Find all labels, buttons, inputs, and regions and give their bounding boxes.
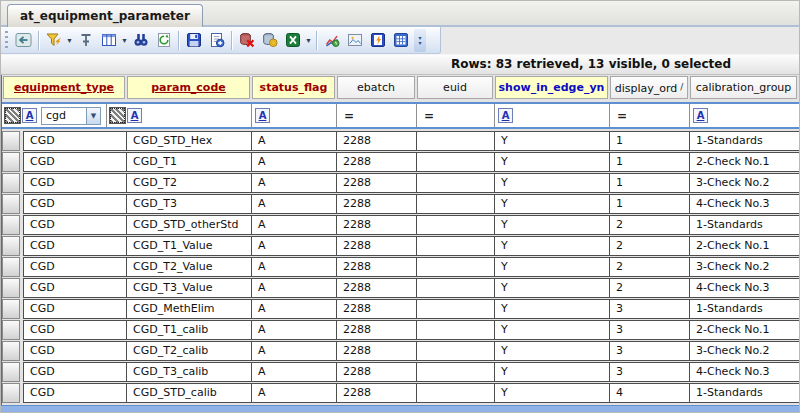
save-button[interactable]: [182, 29, 205, 51]
cell-param_code[interactable]: CGD_STD_calib: [127, 384, 252, 402]
cell-show_in_edge_yn[interactable]: Y: [495, 384, 610, 402]
cell-equipment_type[interactable]: CGD: [24, 321, 127, 339]
filter-button[interactable]: [42, 29, 65, 51]
cell-equipment_type[interactable]: CGD: [24, 237, 127, 255]
cell-show_in_edge_yn[interactable]: Y: [495, 153, 610, 171]
cell-calibration_group[interactable]: 3-Check No.2: [690, 342, 799, 360]
column-header-display_ord[interactable]: display_ord/: [610, 76, 688, 99]
cell-calibration_group[interactable]: 4-Check No.3: [690, 279, 799, 297]
cell-show_in_edge_yn[interactable]: Y: [495, 258, 610, 276]
cell-equipment_type[interactable]: CGD: [24, 279, 127, 297]
find-button[interactable]: [129, 29, 152, 51]
cell-show_in_edge_yn[interactable]: Y: [495, 321, 610, 339]
cell-display_ord[interactable]: 3: [610, 321, 690, 339]
cell-euid[interactable]: [417, 258, 495, 276]
dropdown-arrow-icon[interactable]: ▼: [86, 108, 100, 124]
column-header-calibration_group[interactable]: calibration_group: [690, 76, 797, 99]
refresh-button[interactable]: [152, 29, 175, 51]
row-selector[interactable]: [2, 215, 20, 235]
column-header-status_flag[interactable]: status_flag: [252, 76, 335, 99]
match-case-icon[interactable]: A: [22, 108, 37, 123]
cell-ebatch[interactable]: 2288: [337, 384, 417, 402]
cell-ebatch[interactable]: 2288: [337, 195, 417, 213]
cell-calibration_group[interactable]: 3-Check No.2: [690, 258, 799, 276]
cell-display_ord[interactable]: 3: [610, 363, 690, 381]
row-selector[interactable]: [2, 152, 20, 172]
cell-calibration_group[interactable]: 1-Standards: [690, 132, 799, 150]
cell-ebatch[interactable]: 2288: [337, 132, 417, 150]
columns-dropdown-arrow-icon[interactable]: ▼: [120, 29, 129, 51]
cell-display_ord[interactable]: 1: [610, 195, 690, 213]
row-selector[interactable]: [2, 236, 20, 256]
filter-dropdown-arrow-icon[interactable]: ▼: [65, 29, 74, 51]
cell-show_in_edge_yn[interactable]: Y: [495, 195, 610, 213]
cell-show_in_edge_yn[interactable]: Y: [495, 237, 610, 255]
cell-display_ord[interactable]: 3: [610, 342, 690, 360]
cell-status_flag[interactable]: A: [252, 153, 337, 171]
filter-value-combobox[interactable]: cgd▼: [41, 107, 101, 125]
cell-calibration_group[interactable]: 2-Check No.1: [690, 321, 799, 339]
filter-value[interactable]: cgd: [42, 108, 86, 124]
cell-status_flag[interactable]: A: [252, 363, 337, 381]
cell-calibration_group[interactable]: 3-Check No.2: [690, 174, 799, 192]
cell-param_code[interactable]: CGD_MethElim: [127, 300, 252, 318]
cell-euid[interactable]: [417, 216, 495, 234]
cell-status_flag[interactable]: A: [252, 237, 337, 255]
column-header-show_in_edge_yn[interactable]: show_in_edge_yn: [495, 76, 608, 99]
column-header-param_code[interactable]: param_code: [127, 76, 250, 99]
horizontal-scrollbar[interactable]: [1, 405, 800, 413]
cell-display_ord[interactable]: 1: [610, 153, 690, 171]
row-selector[interactable]: [2, 173, 20, 193]
commit-button[interactable]: [258, 29, 281, 51]
delete-rows-button[interactable]: [235, 29, 258, 51]
excel-dropdown-arrow-icon[interactable]: ▼: [304, 29, 313, 51]
columns-button[interactable]: [97, 29, 120, 51]
cell-equipment_type[interactable]: CGD: [24, 132, 127, 150]
cell-status_flag[interactable]: A: [252, 321, 337, 339]
filter-pattern-icon[interactable]: [110, 108, 125, 123]
cell-display_ord[interactable]: 2: [610, 258, 690, 276]
cell-param_code[interactable]: CGD_T1: [127, 153, 252, 171]
cell-status_flag[interactable]: A: [252, 384, 337, 402]
cell-ebatch[interactable]: 2288: [337, 321, 417, 339]
cell-param_code[interactable]: CGD_T3: [127, 195, 252, 213]
tab-at-equipment-parameter[interactable]: at_equipment_parameter: [7, 4, 203, 27]
cell-equipment_type[interactable]: CGD: [24, 384, 127, 402]
cell-show_in_edge_yn[interactable]: Y: [495, 216, 610, 234]
cell-calibration_group[interactable]: 4-Check No.3: [690, 195, 799, 213]
cell-euid[interactable]: [417, 300, 495, 318]
cell-param_code[interactable]: CGD_T3_calib: [127, 363, 252, 381]
update-button[interactable]: [205, 29, 228, 51]
cell-display_ord[interactable]: 1: [610, 132, 690, 150]
cell-euid[interactable]: [417, 132, 495, 150]
row-selector[interactable]: [2, 299, 20, 319]
match-case-icon[interactable]: A: [255, 108, 270, 123]
cell-display_ord[interactable]: 2: [610, 279, 690, 297]
cell-equipment_type[interactable]: CGD: [24, 153, 127, 171]
cell-equipment_type[interactable]: CGD: [24, 363, 127, 381]
cell-equipment_type[interactable]: CGD: [24, 258, 127, 276]
row-selector[interactable]: [2, 320, 20, 340]
cell-euid[interactable]: [417, 279, 495, 297]
report-button[interactable]: [366, 29, 389, 51]
toolbar-overflow-button[interactable]: ▾▾: [414, 29, 426, 52]
cell-status_flag[interactable]: A: [252, 279, 337, 297]
excel-export-button[interactable]: [281, 29, 304, 51]
cell-show_in_edge_yn[interactable]: Y: [495, 363, 610, 381]
cell-status_flag[interactable]: A: [252, 300, 337, 318]
match-case-icon[interactable]: A: [127, 108, 142, 123]
cell-ebatch[interactable]: 2288: [337, 363, 417, 381]
cell-ebatch[interactable]: 2288: [337, 174, 417, 192]
cell-status_flag[interactable]: A: [252, 342, 337, 360]
picture-button[interactable]: [343, 29, 366, 51]
cell-calibration_group[interactable]: 1-Standards: [690, 300, 799, 318]
row-selector[interactable]: [2, 278, 20, 298]
cell-ebatch[interactable]: 2288: [337, 300, 417, 318]
grid-window-button[interactable]: [389, 29, 412, 51]
cell-display_ord[interactable]: 3: [610, 300, 690, 318]
cell-param_code[interactable]: CGD_T2_Value: [127, 258, 252, 276]
cell-show_in_edge_yn[interactable]: Y: [495, 300, 610, 318]
cell-param_code[interactable]: CGD_T2: [127, 174, 252, 192]
cell-param_code[interactable]: CGD_T1_Value: [127, 237, 252, 255]
row-selector[interactable]: [2, 341, 20, 361]
